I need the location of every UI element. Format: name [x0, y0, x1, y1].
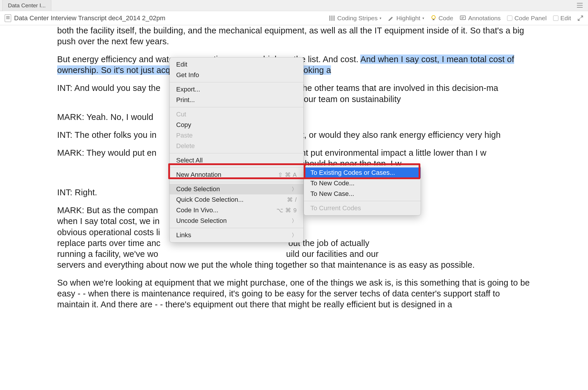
lightbulb-icon	[431, 15, 436, 21]
keyboard-shortcut: ⌥ ⌘ 9	[276, 207, 297, 214]
menu-item-new-annotation[interactable]: New Annotation ⇧ ⌘ A	[170, 169, 303, 180]
annotations-label: Annotations	[468, 15, 501, 22]
hamburger-menu-icon[interactable]	[577, 3, 583, 8]
annotations-button[interactable]: Annotations	[460, 15, 501, 22]
text-run: the other teams that are involved in thi…	[300, 83, 498, 93]
svg-rect-0	[329, 16, 330, 21]
menu-separator	[170, 228, 303, 228]
menu-separator	[170, 82, 303, 82]
menu-item-edit[interactable]: Edit	[170, 59, 303, 70]
chevron-right-icon: 〉	[292, 186, 297, 193]
coding-stripes-button[interactable]: Coding Stripes ▾	[329, 15, 381, 22]
text-run: INT: The other folks you in	[57, 130, 157, 140]
transcript-paragraph: So when we're looking at equipment that …	[57, 277, 531, 310]
text-run: replace parts over time anc	[57, 238, 160, 248]
text-run: uild our facilities and our	[286, 249, 378, 259]
menu-item-code-in-vivo[interactable]: Code In Vivo... ⌥ ⌘ 9	[170, 205, 303, 216]
menu-item-get-info[interactable]: Get Info	[170, 70, 303, 80]
menu-separator	[170, 107, 303, 107]
document-toolbar: Data Center Interview Transcript dec4_20…	[0, 11, 588, 25]
code-selection-submenu: To Existing Codes or Cases... To New Cod…	[304, 165, 421, 216]
text-run: running a facility, we've wo	[57, 249, 158, 259]
checkbox-icon	[553, 16, 558, 21]
keyboard-shortcut: ⌘ /	[287, 196, 297, 203]
svg-rect-1	[332, 16, 332, 21]
text-run: servers and everything about now we put …	[57, 260, 475, 269]
menu-separator	[170, 167, 303, 168]
submenu-item-to-existing[interactable]: To Existing Codes or Cases...	[304, 167, 421, 178]
menu-item-quick-code-selection[interactable]: Quick Code Selection... ⌘ /	[170, 194, 303, 205]
transcript-paragraph: both the facility itself, the building, …	[57, 25, 531, 47]
text-run: might put environmental impact a little …	[287, 148, 486, 157]
highlight-button[interactable]: Highlight ▾	[388, 15, 424, 22]
code-panel-label: Code Panel	[514, 15, 547, 22]
menu-separator	[170, 182, 303, 182]
submenu-item-to-new-code[interactable]: To New Code...	[304, 178, 421, 189]
highlight-label: Highlight	[396, 15, 420, 22]
caret-down-icon: ▾	[422, 16, 424, 20]
menu-item-cut: Cut	[170, 109, 303, 120]
text-run: INT: And would you say the	[57, 83, 160, 93]
context-menu: Edit Get Info Export... Print... Cut Cop…	[169, 57, 304, 243]
menu-item-copy[interactable]: Copy	[170, 120, 303, 130]
text-run: MARK: They would put en	[57, 148, 157, 157]
submenu-item-to-new-case[interactable]: To New Case...	[304, 189, 421, 199]
svg-line-8	[578, 18, 580, 21]
menu-item-paste: Paste	[170, 130, 303, 141]
menu-item-delete: Delete	[170, 141, 303, 151]
document-icon	[5, 14, 11, 22]
annotation-icon	[460, 15, 466, 21]
svg-rect-5	[460, 16, 465, 20]
tab-bar: Data Center I...	[0, 0, 588, 11]
text-run: when I say total cost, we in	[57, 216, 159, 226]
text-run: iput, or would they also rank energy eff…	[290, 130, 501, 140]
svg-line-9	[581, 16, 583, 18]
menu-item-print[interactable]: Print...	[170, 95, 303, 105]
svg-point-3	[432, 16, 435, 19]
expand-icon[interactable]	[577, 15, 583, 21]
coding-stripes-icon	[329, 15, 335, 21]
menu-item-uncode-selection[interactable]: Uncode Selection 〉	[170, 216, 303, 226]
code-label: Code	[439, 15, 453, 22]
checkbox-icon	[507, 16, 512, 21]
svg-rect-4	[433, 19, 434, 20]
document-title: Data Center Interview Transcript dec4_20…	[14, 14, 165, 22]
text-run: obvious operational costs li	[57, 228, 160, 237]
highlighter-icon	[388, 15, 394, 21]
menu-separator	[304, 201, 421, 201]
menu-item-code-selection[interactable]: Code Selection 〉	[170, 184, 303, 194]
edit-toggle[interactable]: Edit	[553, 15, 571, 22]
chevron-right-icon: 〉	[292, 217, 297, 224]
code-panel-toggle[interactable]: Code Panel	[507, 15, 547, 22]
menu-item-export[interactable]: Export...	[170, 84, 303, 95]
code-button[interactable]: Code	[431, 15, 453, 22]
menu-item-links[interactable]: Links 〉	[170, 230, 303, 240]
chevron-right-icon: 〉	[292, 232, 297, 239]
coding-stripes-label: Coding Stripes	[337, 15, 378, 22]
menu-separator	[170, 153, 303, 153]
text-run: MARK: But as the compan	[57, 206, 158, 215]
submenu-item-to-current-codes: To Current Codes	[304, 203, 421, 213]
keyboard-shortcut: ⇧ ⌘ A	[278, 171, 297, 178]
menu-item-select-all[interactable]: Select All	[170, 155, 303, 166]
edit-label: Edit	[560, 15, 571, 22]
document-tab[interactable]: Data Center I...	[2, 0, 51, 11]
svg-rect-2	[334, 16, 334, 21]
caret-down-icon: ▾	[380, 16, 381, 20]
